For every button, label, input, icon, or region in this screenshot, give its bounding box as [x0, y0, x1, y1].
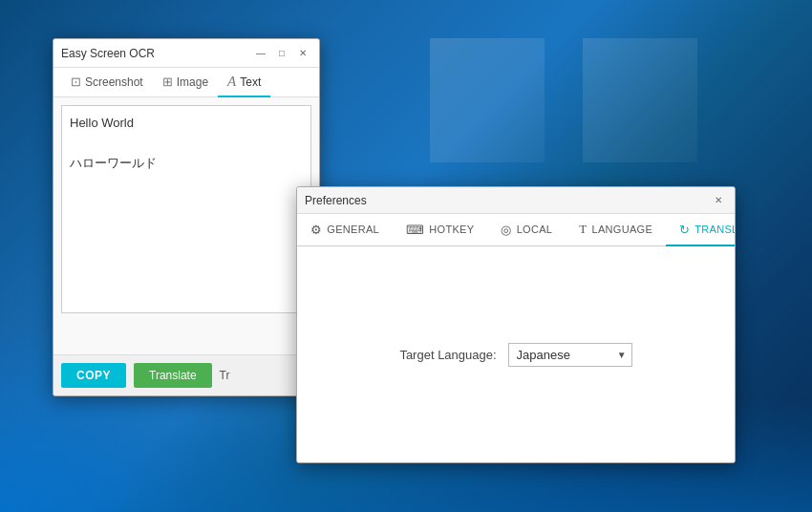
ocr-minimize-button[interactable]: —	[252, 45, 269, 62]
more-label: Tr	[220, 369, 230, 382]
image-tab-icon: ⊞	[162, 75, 173, 89]
tab-local-label: LOCAL	[517, 224, 553, 235]
ocr-window-controls: — □ ✕	[252, 45, 311, 62]
tab-general[interactable]: ⚙ GENERAL	[297, 214, 393, 246]
tab-image[interactable]: ⊞ Image	[153, 68, 218, 97]
preferences-body: ⚙ GENERAL ⌨ HOTKEY ◎ LOCAL T LANGUAGE ↻	[297, 214, 735, 462]
translate-tab-icon: ↻	[679, 223, 690, 237]
preferences-close-button[interactable]: ✕	[710, 192, 727, 209]
tab-translate-label: TRANSLATE	[694, 224, 736, 235]
ocr-window-title: Easy Screen OCR	[61, 47, 252, 60]
local-tab-icon: ◎	[501, 223, 511, 237]
translate-button[interactable]: Translate	[134, 363, 212, 388]
ocr-close-button[interactable]: ✕	[294, 45, 311, 62]
tab-language-label: LANGUAGE	[591, 224, 652, 235]
tab-image-label: Image	[177, 75, 208, 89]
preferences-window-controls: ✕	[710, 192, 727, 209]
copy-button[interactable]: COPY	[61, 363, 126, 388]
preferences-titlebar: Preferences ✕	[297, 187, 735, 214]
ocr-result-textarea[interactable]	[61, 105, 311, 313]
tab-text[interactable]: A Text	[218, 68, 270, 97]
hotkey-tab-icon: ⌨	[406, 223, 424, 237]
ocr-maximize-button[interactable]: □	[273, 45, 290, 62]
tab-screenshot[interactable]: ⊡ Screenshot	[61, 68, 153, 97]
ocr-body: ⊡ Screenshot ⊞ Image A Text COPY Transla…	[53, 68, 319, 395]
language-dropdown[interactable]: Japanese English Chinese French German K…	[508, 343, 632, 367]
tab-screenshot-label: Screenshot	[85, 75, 143, 89]
tab-hotkey-label: HOTKEY	[429, 224, 474, 235]
tab-hotkey[interactable]: ⌨ HOTKEY	[393, 214, 487, 246]
ocr-titlebar: Easy Screen OCR — □ ✕	[53, 39, 319, 68]
ocr-button-bar: COPY Translate Tr	[53, 354, 319, 395]
screenshot-tab-icon: ⊡	[71, 75, 81, 89]
tab-local[interactable]: ◎ LOCAL	[487, 214, 566, 246]
text-tab-icon: A	[227, 74, 236, 90]
target-language-label: Target Language:	[399, 348, 496, 362]
language-tab-icon: T	[579, 222, 587, 237]
tab-translate[interactable]: ↻ TRANSLATE	[666, 214, 736, 246]
preferences-window-title: Preferences	[305, 194, 710, 207]
ocr-text-content	[53, 97, 319, 354]
language-select-wrapper: Japanese English Chinese French German K…	[508, 343, 632, 367]
general-tab-icon: ⚙	[310, 223, 322, 237]
target-language-row: Target Language: Japanese English Chines…	[399, 343, 631, 367]
preferences-content: Target Language: Japanese English Chines…	[297, 246, 735, 462]
preferences-tab-bar: ⚙ GENERAL ⌨ HOTKEY ◎ LOCAL T LANGUAGE ↻	[297, 214, 735, 246]
ocr-window: Easy Screen OCR — □ ✕ ⊡ Screenshot ⊞ Ima…	[53, 38, 320, 396]
ocr-tab-bar: ⊡ Screenshot ⊞ Image A Text	[53, 68, 319, 97]
preferences-window: Preferences ✕ ⚙ GENERAL ⌨ HOTKEY ◎ LOCAL	[296, 186, 736, 463]
desktop: Easy Screen OCR — □ ✕ ⊡ Screenshot ⊞ Ima…	[0, 0, 812, 512]
tab-text-label: Text	[240, 75, 261, 89]
tab-language[interactable]: T LANGUAGE	[566, 214, 666, 246]
tab-general-label: GENERAL	[327, 224, 379, 235]
